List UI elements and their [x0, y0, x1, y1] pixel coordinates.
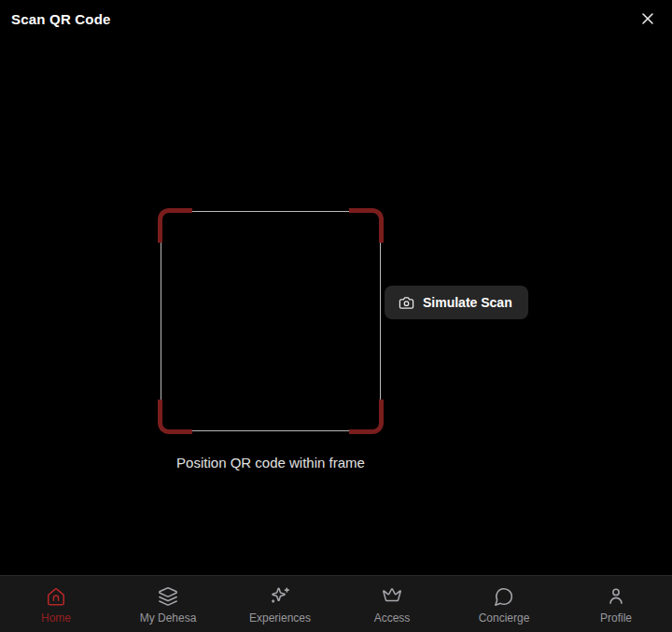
frame-corner-bottom-right: [349, 400, 384, 434]
crown-icon: [382, 586, 402, 607]
frame-corner-bottom-left: [158, 400, 192, 434]
nav-item-label: Concierge: [479, 611, 530, 625]
nav-item-profile[interactable]: Profile: [560, 576, 672, 632]
frame-corner-top-left: [158, 208, 192, 243]
header: Scan QR Code: [0, 0, 672, 37]
nav-item-label: Home: [41, 611, 71, 625]
sparkles-icon: [270, 586, 290, 607]
nav-item-label: Access: [374, 611, 411, 625]
nav-item-home[interactable]: Home: [0, 576, 112, 632]
person-icon: [606, 586, 626, 607]
scanner-area: Simulate Scan Position QR code within fr…: [161, 211, 381, 431]
nav-item-label: Experiences: [249, 611, 311, 625]
page-title: Scan QR Code: [11, 11, 111, 27]
layers-icon: [158, 586, 178, 607]
nav-item-label: Profile: [600, 611, 632, 625]
camera-icon: [399, 295, 414, 311]
close-icon[interactable]: [637, 7, 659, 30]
nav-item-experiences[interactable]: Experiences: [224, 576, 336, 632]
nav-item-my-dehesa[interactable]: My Dehesa: [112, 576, 224, 632]
qr-scan-frame: [161, 211, 381, 431]
simulate-scan-button[interactable]: Simulate Scan: [385, 286, 528, 319]
nav-item-concierge[interactable]: Concierge: [448, 576, 560, 632]
nav-item-access[interactable]: Access: [336, 576, 448, 632]
frame-corner-top-right: [349, 208, 384, 243]
scan-caption: Position QR code within frame: [176, 455, 365, 470]
nav-item-label: My Dehesa: [140, 611, 197, 625]
home-icon: [46, 586, 66, 607]
simulate-scan-label: Simulate Scan: [423, 295, 512, 310]
chat-bubble-icon: [494, 586, 514, 607]
bottom-navigation: HomeMy DehesaExperiencesAccessConciergeP…: [0, 575, 672, 632]
